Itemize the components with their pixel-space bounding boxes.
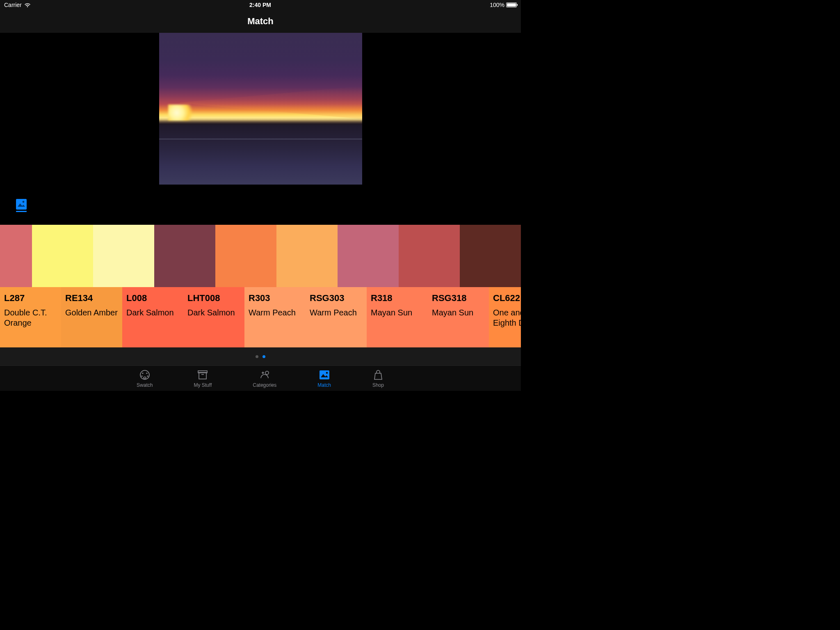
color-swatch[interactable] [276,225,338,287]
photo-library-button[interactable] [16,199,27,212]
photo-area [0,33,521,225]
svg-rect-10 [198,371,207,373]
battery-icon [506,2,517,7]
tab-categories[interactable]: Categories [253,369,276,388]
tab-match[interactable]: Match [317,369,331,388]
tab-label: Shop [372,382,384,388]
svg-point-5 [146,372,147,374]
swatch-row [0,225,521,287]
tab-mystuff[interactable]: My Stuff [194,369,212,388]
tab-bar: SwatchMy StuffCategoriesMatchShop [0,365,521,391]
gel-label[interactable]: RSG303Warm Peach [306,287,367,347]
page-title: Match [247,16,274,27]
status-left: Carrier [4,2,31,8]
status-bar: Carrier 2:40 PM 100% [0,0,521,10]
color-swatch[interactable] [338,225,399,287]
gel-name: Warm Peach [249,308,301,318]
tab-label: My Stuff [194,382,212,388]
page-indicator[interactable] [0,347,521,365]
svg-rect-0 [16,199,27,210]
gel-code: RSG318 [432,293,485,304]
gel-label[interactable]: CL622One and One Eighth Digital [489,287,521,347]
svg-point-16 [326,372,328,374]
color-swatch[interactable] [0,225,32,287]
gel-label[interactable]: RE134Golden Amber [61,287,122,347]
color-swatch[interactable] [32,225,93,287]
gel-code: RSG303 [310,293,363,304]
page-dot[interactable] [262,355,265,358]
gel-code: R318 [371,293,424,304]
tab-label: Match [317,382,331,388]
gel-label[interactable]: RSG318Mayan Sun [428,287,489,347]
tab-shop[interactable]: Shop [372,369,384,388]
gel-name: Mayan Sun [371,308,424,318]
gel-name: Dark Salmon [187,308,240,318]
carrier-label: Carrier [4,2,22,8]
color-swatch[interactable] [460,225,521,287]
status-time: 2:40 PM [249,2,271,8]
gel-code: R303 [249,293,301,304]
gel-name: Warm Peach [310,308,363,318]
tab-swatch[interactable]: Swatch [137,369,153,388]
svg-point-7 [147,375,148,377]
svg-rect-15 [320,370,329,379]
nav-bar: Match [0,10,521,33]
page-dot[interactable] [256,355,258,358]
gel-label[interactable]: L287Double C.T. Orange [0,287,61,347]
gel-label[interactable]: R303Warm Peach [244,287,306,347]
gel-name: Dark Salmon [126,308,179,318]
gel-name: Mayan Sun [432,308,485,318]
gel-label[interactable]: L008Dark Salmon [122,287,183,347]
svg-point-4 [142,372,143,374]
gel-code: LHT008 [187,293,240,304]
gel-code: CL622 [493,293,521,304]
color-swatch[interactable] [93,225,154,287]
svg-point-12 [265,371,269,374]
svg-point-3 [140,370,149,379]
svg-point-1 [23,201,25,203]
svg-point-8 [144,377,146,379]
wifi-icon [24,2,31,7]
color-swatch[interactable] [399,225,460,287]
status-right: 100% [490,2,517,8]
gel-code: L008 [126,293,179,304]
color-swatch[interactable] [154,225,215,287]
gel-name: Golden Amber [65,308,118,318]
battery-percent: 100% [490,2,504,8]
matched-photo[interactable] [159,33,362,185]
svg-rect-2 [16,211,27,212]
gel-code: RE134 [65,293,118,304]
color-swatch[interactable] [215,225,276,287]
tab-label: Categories [253,382,276,388]
gel-name: One and One Eighth Digital [493,308,521,328]
svg-point-6 [141,375,142,377]
gel-label[interactable]: R318Mayan Sun [367,287,428,347]
tab-label: Swatch [137,382,153,388]
gel-code: L287 [4,293,57,304]
gel-label[interactable]: LHT008Dark Salmon [183,287,244,347]
gel-name: Double C.T. Orange [4,308,57,328]
label-row: L287Double C.T. OrangeRE134Golden AmberL… [0,287,521,347]
svg-rect-9 [199,372,206,379]
